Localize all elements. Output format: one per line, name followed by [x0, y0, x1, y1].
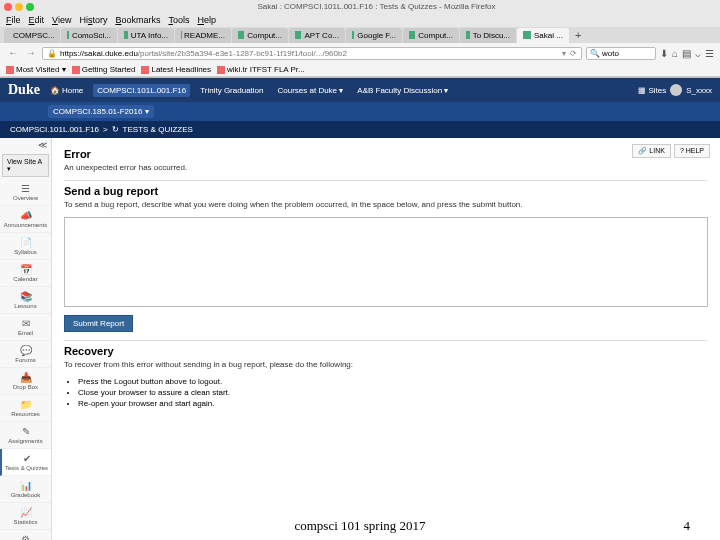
browser-tab[interactable]: ComoSci...	[61, 28, 117, 43]
close-window-icon[interactable]	[4, 3, 12, 11]
recovery-step: Close your browser to assure a clean sta…	[78, 388, 708, 397]
sidebar-item-tests[interactable]: ✔Tests & Quizzes	[0, 449, 51, 476]
browser-tab[interactable]: APT Co...	[289, 28, 345, 43]
search-text: woto	[602, 49, 619, 58]
bookmark-item[interactable]: Most Visited ▾	[6, 65, 66, 74]
menu-edit[interactable]: Edit	[29, 15, 45, 25]
home-icon[interactable]: ⌂	[672, 48, 678, 59]
dropdown-icon[interactable]: ▾	[562, 49, 566, 58]
sidebar-item-overview[interactable]: ☰Overview	[0, 179, 51, 206]
overview-icon: ☰	[21, 183, 30, 194]
bookmark-icon	[6, 66, 14, 74]
menu-tools[interactable]: Tools	[168, 15, 189, 25]
sidebar-item-gradebook[interactable]: 📊Gradebook	[0, 476, 51, 503]
nav-item[interactable]: Trinity Graduation	[196, 84, 267, 97]
sidebar-item-assignments[interactable]: ✎Assignments	[0, 422, 51, 449]
favicon-icon	[295, 31, 301, 39]
statistics-icon: 📈	[20, 507, 32, 518]
reload-icon[interactable]: ⟳	[570, 49, 577, 58]
nav-item[interactable]: A&B Faculty Discussion ▾	[353, 84, 452, 97]
tests-icon: ✔	[23, 453, 31, 464]
sidebar-item-lessons[interactable]: 📚Lessons	[0, 287, 51, 314]
sakai-header: Duke 🏠 Home COMPSCI.101L.001.F16 Trinity…	[0, 78, 720, 102]
error-text: An unexpected error has occurred.	[64, 163, 708, 172]
back-button[interactable]: ←	[6, 46, 20, 60]
sidebar-item-dropbox[interactable]: 📥Drop Box	[0, 368, 51, 395]
browser-tab[interactable]: COMPSC...	[4, 28, 60, 43]
subheader-tab[interactable]: COMPSCI.185.01-F2016 ▾	[48, 105, 154, 118]
user-menu[interactable]: S_xxxx	[686, 86, 712, 95]
recovery-text: To recover from this error without sendi…	[64, 360, 708, 369]
url-bar[interactable]: 🔒 https://sakai.duke.edu /portal/site/2b…	[42, 47, 582, 60]
menu-icon[interactable]: ☰	[705, 48, 714, 59]
header-right: ▦ Sites S_xxxx	[638, 84, 712, 96]
bookmark-item[interactable]: Latest Headlines	[141, 65, 211, 74]
divider	[64, 180, 708, 181]
browser-tab[interactable]: To Discu...	[460, 28, 516, 43]
nav-home[interactable]: 🏠 Home	[46, 84, 87, 97]
menu-view[interactable]: View	[52, 15, 71, 25]
help-button[interactable]: ? HELP	[674, 144, 710, 158]
avatar[interactable]	[670, 84, 682, 96]
sidebar-item-syllabus[interactable]: 📄Syllabus	[0, 233, 51, 260]
nav-item[interactable]: Courses at Duke ▾	[273, 84, 347, 97]
sidebar-item-resources[interactable]: 📁Resources	[0, 395, 51, 422]
duke-logo[interactable]: Duke	[8, 82, 40, 98]
window-title: Sakai : COMPSCI.101L.001.F16 : Tests & Q…	[37, 2, 716, 11]
browser-tab[interactable]: Comput...	[403, 28, 459, 43]
pocket-icon[interactable]: ⌵	[695, 48, 701, 59]
menu-bookmarks[interactable]: Bookmarks	[115, 15, 160, 25]
bookmark-item[interactable]: Getting Started	[72, 65, 136, 74]
sidebar-item-statistics[interactable]: 📈Statistics	[0, 503, 51, 530]
browser-tab[interactable]: UTA Info...	[118, 28, 174, 43]
sidebar-collapse-button[interactable]: ≪	[0, 138, 51, 152]
url-row: ← → 🔒 https://sakai.duke.edu /portal/sit…	[0, 43, 720, 63]
window-controls: Sakai : COMPSCI.101L.001.F16 : Tests & Q…	[0, 0, 720, 13]
sidebar-item-email[interactable]: ✉Email	[0, 314, 51, 341]
bookmark-item[interactable]: wiki.tr ITFST FLA Pr...	[217, 65, 305, 74]
refresh-icon[interactable]: ↻	[112, 125, 119, 134]
sakai-subheader: COMPSCI.185.01-F2016 ▾	[0, 102, 720, 121]
menu-history[interactable]: History	[79, 15, 107, 25]
link-button[interactable]: 🔗 LINK	[632, 144, 671, 158]
sidebar-item-forums[interactable]: 💬Forums	[0, 341, 51, 368]
sidebar-icon[interactable]: ▤	[682, 48, 691, 59]
syllabus-icon: 📄	[20, 237, 32, 248]
url-path: /portal/site/2b35a394-e3e1-1287-bc91-1f1…	[138, 49, 562, 58]
tabs-row: COMPSC... ComoSci... UTA Info... README.…	[0, 27, 720, 43]
browser-tab[interactable]: Google F...	[346, 28, 402, 43]
breadcrumb-course[interactable]: COMPSCI.101L.001.F16	[10, 125, 99, 134]
footer-page: 4	[684, 518, 691, 534]
menu-file[interactable]: File	[6, 15, 21, 25]
menu-help[interactable]: Help	[197, 15, 216, 25]
minimize-window-icon[interactable]	[15, 3, 23, 11]
favicon-icon	[238, 31, 244, 39]
toolbar-icons: ⬇ ⌂ ▤ ⌵ ☰	[660, 48, 714, 59]
browser-tab-active[interactable]: Sakai ...	[517, 28, 569, 43]
search-bar[interactable]: 🔍 woto	[586, 47, 656, 60]
submit-report-button[interactable]: Submit Report	[64, 315, 133, 332]
sidebar-item-siteinfo[interactable]: ⚙Site Info	[0, 530, 51, 540]
main-layout: ≪ View Site A ▾ ☰Overview 📣Announcements…	[0, 138, 720, 540]
help-buttons: 🔗 LINK ? HELP	[632, 144, 710, 158]
download-icon[interactable]: ⬇	[660, 48, 668, 59]
breadcrumb-tool: TESTS & QUIZZES	[123, 125, 193, 134]
grid-icon[interactable]: ▦ Sites	[638, 86, 666, 95]
sidebar-item-calendar[interactable]: 📅Calendar	[0, 260, 51, 287]
sidebar-item-announcements[interactable]: 📣Announcements	[0, 206, 51, 233]
new-tab-button[interactable]: +	[570, 27, 586, 43]
browser-tab[interactable]: Comput...	[232, 28, 288, 43]
email-icon: ✉	[22, 318, 30, 329]
footer-text: compsci 101 spring 2017	[294, 518, 425, 534]
sidebar: ≪ View Site A ▾ ☰Overview 📣Announcements…	[0, 138, 52, 540]
forward-button[interactable]: →	[24, 46, 38, 60]
recovery-step: Press the Logout button above to logout.	[78, 377, 708, 386]
nav-course-active[interactable]: COMPSCI.101L.001.F16	[93, 84, 190, 97]
bug-report-textarea[interactable]	[64, 217, 708, 307]
browser-tab[interactable]: README...	[175, 28, 231, 43]
forums-icon: 💬	[20, 345, 32, 356]
view-site-dropdown[interactable]: View Site A ▾	[2, 154, 49, 177]
maximize-window-icon[interactable]	[26, 3, 34, 11]
announcements-icon: 📣	[20, 210, 32, 221]
siteinfo-icon: ⚙	[21, 534, 30, 540]
